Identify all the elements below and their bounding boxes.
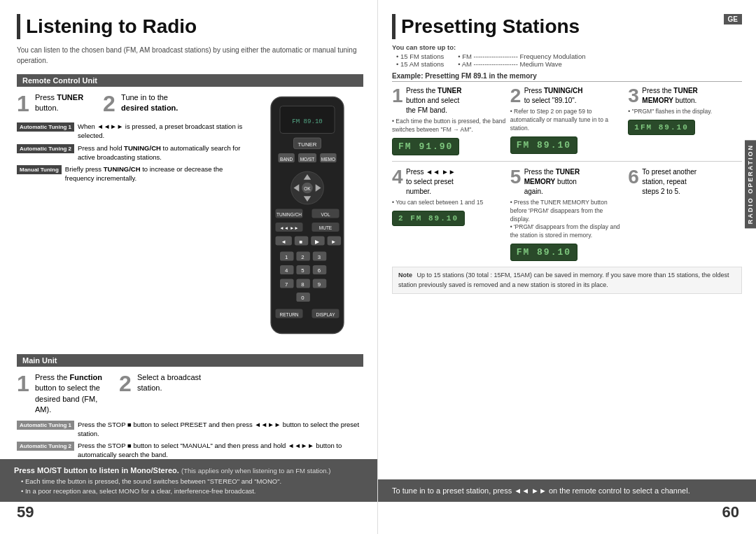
main-step-1: 1 Press the Function button to select th… [17, 372, 102, 416]
right-step-5-notes: • Press the TUNER MEMORY button before '… [510, 199, 624, 240]
ge-badge: GE [724, 14, 742, 24]
right-step-2-container: 2 Press TUNING/CHto select "89.10". • Re… [510, 86, 624, 155]
right-steps-bottom: 4 Press ◄◄ ►►to select presetnumber. • Y… [392, 167, 742, 261]
store-fm-desc: • FM -------------------- Frequency Modu… [458, 52, 585, 60]
note-text: Up to 15 stations (30 total : 15FM, 15AM… [398, 272, 729, 288]
step-2-content: Tune in to thedesired station. [121, 92, 178, 114]
right-step-1: 1 Press the TUNERbutton and selectthe FM… [392, 86, 506, 115]
note-box: Note Up to 15 stations (30 total : 15FM,… [392, 267, 742, 294]
remote-step-2: 2 Tune in to thedesired station. [103, 92, 178, 115]
right-step-1-lcd: FM 91.90 [392, 138, 459, 155]
step-1-content: Press TUNERbutton. [35, 92, 83, 114]
svg-text:◄: ◄ [281, 239, 286, 245]
info-label-auto2: Automatic Tuning 2 [17, 144, 74, 153]
bottom-banner-main: Press MO/ST button to listen in Mono/Ste… [14, 465, 363, 477]
main-step-2-content: Select a broadcaststation. [137, 372, 201, 394]
page-number-59: 59 [17, 503, 34, 521]
svg-text:RETURN: RETURN [279, 312, 298, 317]
remote-info-row-3: Manual Tuning Briefly press TUNING/CH to… [17, 164, 243, 183]
right-step-1-content: Press the TUNERbutton and selectthe FM b… [406, 86, 461, 115]
svg-text:MO/ST: MO/ST [300, 157, 315, 162]
main-step-1-content: Press the Function button to select the … [35, 372, 102, 416]
right-step-5-container: 5 Press the TUNERMEMORY buttonagain. • P… [510, 167, 624, 261]
remote-steps: 1 Press TUNERbutton. 2 Tune in to thedes… [17, 92, 243, 347]
right-step-4: 4 Press ◄◄ ►►to select presetnumber. [392, 167, 506, 197]
main-unit-header: Main Unit [17, 354, 363, 367]
right-step-3-content: Press the TUNERMEMORY button. [642, 86, 697, 106]
remote-info-row-2: Automatic Tuning 2 Press and hold TUNING… [17, 143, 243, 162]
right-step-4-lcd: 2 FM 89.10 [392, 211, 465, 226]
remote-info-section: Automatic Tuning 1 When ◄◄►► is pressed,… [17, 122, 243, 183]
store-info-right: • FM -------------------- Frequency Modu… [458, 52, 585, 68]
store-info-row: • 15 FM stations • 15 AM stations • FM -… [392, 52, 742, 68]
right-step-6-content: To preset anotherstation, repeatsteps 2 … [642, 167, 696, 197]
info-text-auto2: Press and hold TUNING/CH to automaticall… [78, 143, 243, 162]
function-bold: Function [70, 373, 102, 381]
main-info-row-2: Automatic Tuning 2 Press the STOP ■ butt… [17, 441, 363, 460]
svg-text:4: 4 [285, 267, 288, 274]
svg-text:7: 7 [285, 281, 288, 288]
right-step-1-lcd-wrapper: FM 91.90 [392, 138, 506, 155]
svg-text:8: 8 [301, 281, 304, 288]
right-step-1-container: 1 Press the TUNERbutton and selectthe FM… [392, 86, 506, 155]
right-step-3-notes: • "PRGM" flashes in the display. [628, 108, 742, 116]
main-info-row-1: Automatic Tuning 1 Press the STOP ■ butt… [17, 420, 363, 439]
step-number-2: 2 [103, 92, 117, 115]
main-info-text-auto1: Press the STOP ■ button to select PRESET… [78, 420, 363, 439]
right-step-4-lcd-wrapper: 2 FM 89.10 [392, 211, 506, 226]
right-step-3-lcd: 1FM 89.10 [628, 120, 694, 135]
svg-text:FM 89.10: FM 89.10 [292, 118, 323, 125]
right-step-3-container: 3 Press the TUNERMEMORY button. • "PRGM"… [628, 86, 742, 155]
remote-control-header: Remote Control Unit [17, 74, 363, 87]
bottom-bullet-1: • Each time the button is pressed, the s… [21, 477, 363, 486]
main-step-2: 2 Select a broadcaststation. [119, 372, 201, 416]
svg-text:1: 1 [285, 254, 288, 260]
right-step-1-notes: • Each time the button is pressed, the b… [392, 118, 506, 134]
remote-steps-row: 1 Press TUNERbutton. 2 Tune in to thedes… [17, 92, 243, 115]
store-bullet-am: • 15 AM stations [396, 60, 444, 68]
svg-text:MEMO: MEMO [321, 157, 335, 162]
step-number-1: 1 [17, 92, 31, 115]
right-step-number-6: 6 [628, 167, 639, 187]
store-bullet-fm: • 15 FM stations [396, 52, 444, 60]
svg-text:BAND: BAND [280, 157, 293, 162]
right-steps-top: 1 Press the TUNERbutton and selectthe FM… [392, 86, 742, 155]
remote-step-1: 1 Press TUNERbutton. [17, 92, 83, 115]
right-title-bar: Presetting Stations GE [392, 14, 742, 39]
right-page-title: Presetting Stations [401, 15, 580, 38]
right-step-5: 5 Press the TUNERMEMORY buttonagain. [510, 167, 624, 197]
page-number-60: 60 [722, 503, 739, 521]
remote-svg: FM 89.10 TUNER BAND MO/ST MEMO OK [262, 92, 353, 347]
svg-text:2: 2 [301, 254, 304, 260]
title-accent [17, 14, 20, 39]
main-step-number-2: 2 [119, 372, 133, 395]
right-step-number-4: 4 [392, 167, 403, 187]
steps-divider [392, 161, 742, 162]
right-step-4-content: Press ◄◄ ►►to select presetnumber. [406, 167, 456, 197]
example-label: Example: Presetting FM 89.1 in the memor… [392, 72, 742, 82]
right-step-2-lcd-wrapper: FM 89.10 [510, 136, 624, 154]
step-1-bold: TUNER [57, 93, 83, 101]
sidebar-label: RADIO OPERATION [745, 140, 756, 228]
main-step-number-1: 1 [17, 372, 31, 395]
svg-text:VOL: VOL [321, 212, 330, 217]
left-title-bar: Listening to Radio [17, 14, 363, 39]
svg-text:TUNING/CH: TUNING/CH [276, 212, 302, 217]
right-step-3: 3 Press the TUNERMEMORY button. [628, 86, 742, 106]
bottom-banner-bold: Press MO/ST button to listen in Mono/Ste… [14, 466, 179, 475]
svg-text:0: 0 [301, 295, 304, 301]
right-step-5-lcd-wrapper: FM 89.10 [510, 244, 624, 261]
right-bottom-banner: To tune in to a preset station, press ◄◄… [378, 479, 756, 503]
svg-text:9: 9 [318, 281, 321, 288]
left-page-title: Listening to Radio [26, 15, 197, 38]
svg-text:MUTE: MUTE [319, 225, 332, 230]
right-page: Presetting Stations GE You can store up … [378, 0, 756, 534]
right-step-4-container: 4 Press ◄◄ ►►to select presetnumber. • Y… [392, 167, 506, 261]
right-step-3-lcd-wrapper: 1FM 89.10 [628, 120, 742, 135]
remote-info-row-1: Automatic Tuning 1 When ◄◄►► is pressed,… [17, 122, 243, 141]
remote-area: 1 Press TUNERbutton. 2 Tune in to thedes… [17, 92, 363, 347]
store-info-label: You can store up to: [392, 43, 742, 51]
svg-text:6: 6 [318, 267, 321, 274]
main-info-text-auto2: Press the STOP ■ button to select "MANUA… [78, 441, 363, 460]
svg-text:▶: ▶ [315, 239, 320, 245]
